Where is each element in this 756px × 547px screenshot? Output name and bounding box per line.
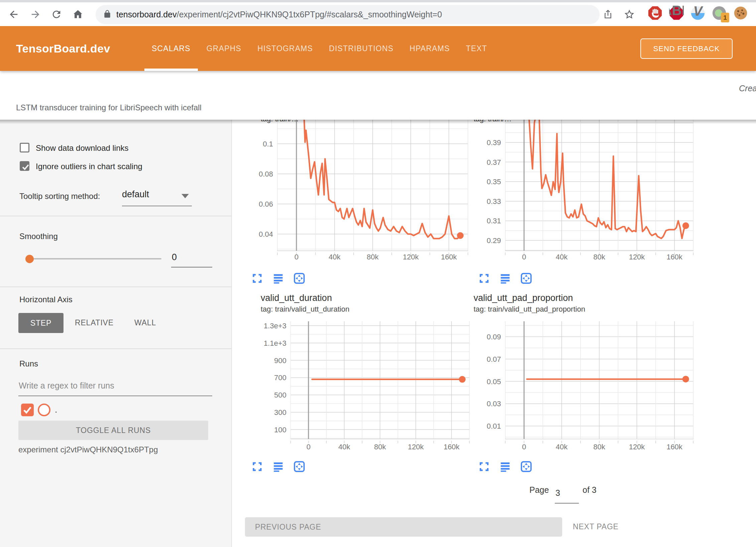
smoothing-value-input[interactable]: 0	[172, 252, 177, 262]
axis-step-button[interactable]: STEP	[18, 313, 64, 333]
fit-domain-icon[interactable]	[293, 461, 305, 472]
log-scale-icon[interactable]	[272, 272, 284, 284]
svg-text:0.03: 0.03	[487, 400, 501, 408]
browser-tab-strip	[0, 0, 756, 2]
axis-wall-button[interactable]: WALL	[134, 318, 156, 327]
page-number-input[interactable]: 3	[555, 488, 560, 498]
svg-text:0.35: 0.35	[487, 178, 501, 186]
tooltip-sorting-label: Tooltip sorting method:	[19, 192, 100, 201]
svg-text:0.29: 0.29	[487, 236, 501, 245]
log-scale-icon[interactable]	[499, 461, 511, 472]
axis-relative-button[interactable]: RELATIVE	[75, 318, 114, 327]
fullscreen-icon[interactable]	[251, 461, 263, 472]
url-text: tensorboard.dev/experiment/cj2vtPiwQHKN9…	[116, 10, 442, 19]
svg-text:160k: 160k	[666, 443, 683, 451]
fit-domain-icon[interactable]	[293, 272, 305, 284]
tab-distributions[interactable]: DISTRIBUTIONS	[321, 26, 401, 71]
svg-text:80k: 80k	[374, 443, 386, 451]
show-download-links-checkbox[interactable]	[20, 143, 29, 152]
tab-text[interactable]: TEXT	[458, 26, 495, 71]
chart-plot-topleft[interactable]: 040k80k120k160k0.10.080.060.04	[254, 120, 471, 264]
cookie-extension-icon[interactable]	[733, 6, 748, 20]
smoothing-slider-track[interactable]	[26, 258, 161, 259]
fit-domain-icon[interactable]	[520, 461, 532, 472]
svg-text:0: 0	[294, 253, 298, 261]
svg-text:0.04: 0.04	[259, 230, 273, 238]
app-header: TensorBoard.dev SCALARS GRAPHS HISTOGRAM…	[0, 26, 756, 71]
svg-text:ABP: ABP	[669, 6, 684, 18]
fit-domain-icon[interactable]	[520, 272, 532, 284]
page-count-label: of 3	[583, 485, 597, 495]
svg-text:120k: 120k	[629, 253, 645, 261]
fullscreen-icon[interactable]	[478, 461, 490, 472]
runs-filter-underline	[18, 396, 212, 396]
smoothing-slider-thumb[interactable]	[25, 255, 34, 263]
home-icon[interactable]	[72, 8, 84, 21]
recorder-extension-icon[interactable]: 1	[712, 6, 727, 20]
tab-hparams[interactable]: HPARAMS	[402, 26, 458, 71]
run-name-label: .	[55, 405, 57, 415]
adblock-hand-icon[interactable]	[648, 6, 662, 20]
toggle-all-runs-button[interactable]: TOGGLE ALL RUNS	[18, 421, 208, 440]
chart-plot-valid-utt-pad-proportion[interactable]: 040k80k120k160k0.090.070.050.030.01	[481, 318, 699, 455]
page: tensorboard.dev/experiment/cj2vtPiwQHKN9…	[0, 0, 756, 547]
fullscreen-icon[interactable]	[478, 272, 490, 284]
svg-text:300: 300	[274, 408, 286, 417]
tab-scalars[interactable]: SCALARS	[144, 26, 199, 71]
browser-toolbar: tensorboard.dev/experiment/cj2vtPiwQHKN9…	[0, 0, 756, 26]
svg-text:40k: 40k	[338, 443, 350, 451]
fullscreen-icon[interactable]	[251, 272, 263, 284]
svg-text:160k: 160k	[441, 253, 457, 261]
tab-graphs[interactable]: GRAPHS	[199, 26, 249, 71]
svg-text:40k: 40k	[329, 253, 341, 261]
log-scale-icon[interactable]	[499, 272, 511, 284]
next-page-button[interactable]: NEXT PAGE	[573, 522, 619, 531]
log-scale-icon[interactable]	[272, 461, 284, 472]
chart-plot-topright[interactable]: 040k80k120k160k0.390.370.350.330.310.29	[481, 120, 699, 264]
svg-text:80k: 80k	[593, 443, 605, 451]
cutoff-chart-tag-left: tag: train/…	[261, 120, 401, 124]
svg-text:120k: 120k	[408, 443, 424, 451]
svg-text:500: 500	[274, 391, 286, 399]
svg-text:0.07: 0.07	[487, 355, 501, 363]
lock-icon	[103, 10, 112, 20]
previous-page-button[interactable]: PREVIOUS PAGE	[245, 517, 562, 537]
smoothing-label: Smoothing	[19, 232, 58, 241]
star-icon[interactable]	[623, 8, 636, 21]
svg-text:100: 100	[274, 426, 286, 434]
browser-extensions: ABP V 1	[648, 6, 748, 20]
svg-text:0: 0	[306, 443, 310, 451]
tooltip-sorting-select[interactable]: default	[122, 189, 149, 200]
page-input-underline	[555, 503, 579, 504]
back-icon[interactable]	[7, 8, 20, 21]
app-logo[interactable]: TensorBoard.dev	[16, 26, 110, 71]
run-color-swatch[interactable]	[38, 404, 50, 416]
ignore-outliers-checkbox[interactable]	[20, 161, 29, 171]
chart-plot-valid-utt-duration[interactable]: 040k80k120k160k1.3e+31.1e+39007005003001…	[254, 318, 471, 455]
svg-text:120k: 120k	[403, 253, 419, 261]
cutoff-chart-tag-right: tag: train/…	[474, 120, 614, 124]
svg-text:700: 700	[274, 373, 286, 382]
chevron-down-icon[interactable]	[181, 194, 189, 198]
smoothing-value-underline	[171, 267, 212, 267]
address-bar[interactable]: tensorboard.dev/experiment/cj2vtPiwQHKN9…	[96, 5, 600, 24]
reload-icon[interactable]	[50, 8, 63, 21]
tab-histograms[interactable]: HISTOGRAMS	[249, 26, 321, 71]
share-icon[interactable]	[602, 8, 614, 21]
svg-text:0.05: 0.05	[487, 377, 501, 386]
abp-icon[interactable]: ABP	[669, 6, 684, 20]
created-text-partial: Crea	[739, 84, 756, 93]
settings-sidebar: Show data download links Ignore outliers…	[0, 120, 232, 547]
divider	[0, 287, 231, 287]
forward-icon[interactable]	[29, 8, 42, 21]
ignore-outliers-label: Ignore outliers in chart scaling	[36, 161, 142, 171]
v-extension-icon[interactable]: V	[690, 6, 705, 20]
runs-filter-input[interactable]: Write a regex to filter runs	[19, 381, 114, 391]
chart-tag: tag: train/valid_utt_pad_proportion	[474, 305, 585, 314]
svg-text:160k: 160k	[444, 443, 460, 451]
runs-section-label: Runs	[19, 359, 38, 368]
send-feedback-button[interactable]: SEND FEEDBACK	[640, 38, 733, 59]
chart-title: valid_utt_pad_proportion	[474, 293, 573, 303]
run-checkbox[interactable]	[21, 404, 34, 416]
svg-text:0.1: 0.1	[263, 140, 273, 148]
